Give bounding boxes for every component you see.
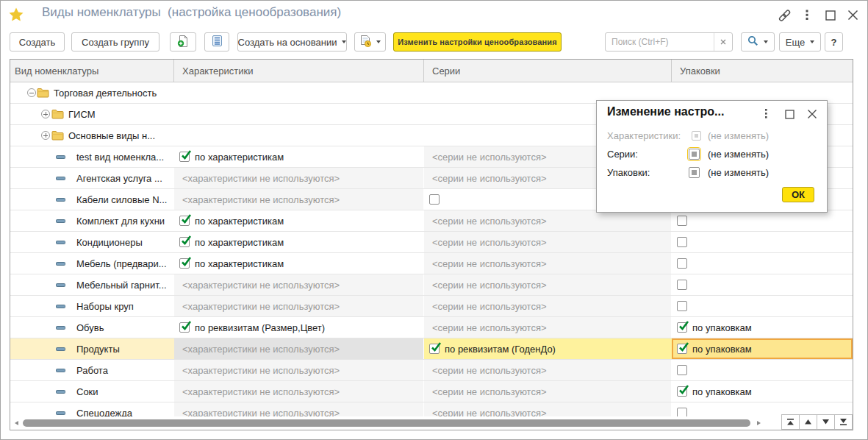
maximize-icon[interactable] bbox=[825, 10, 836, 23]
scrollbar-thumb[interactable] bbox=[23, 419, 750, 427]
series-cell[interactable]: <серии не используются> bbox=[424, 232, 672, 252]
ok-button[interactable]: ОК bbox=[782, 187, 814, 202]
menu-dots-icon[interactable] bbox=[806, 10, 808, 23]
go-next-button[interactable] bbox=[817, 414, 835, 430]
link-icon[interactable] bbox=[778, 9, 792, 24]
characteristics-cell[interactable]: <характеристики не используются> bbox=[174, 296, 424, 316]
copy-item-button[interactable] bbox=[170, 32, 196, 52]
characteristics-cell[interactable]: по реквизитам (Размер,Цвет) bbox=[174, 317, 424, 338]
item-name-cell[interactable]: Комплект для кухни bbox=[10, 210, 174, 231]
list-view-button[interactable] bbox=[204, 32, 229, 52]
go-last-button[interactable] bbox=[834, 414, 853, 430]
characteristics-cell[interactable]: <характеристики не используются> bbox=[174, 274, 424, 295]
create-based-icon-button[interactable] bbox=[354, 32, 386, 52]
scroll-right-icon[interactable] bbox=[757, 421, 761, 425]
column-header-series[interactable]: Серии bbox=[424, 60, 672, 82]
table-row[interactable]: Наборы круп<характеристики не используют… bbox=[10, 296, 853, 317]
change-pricing-settings-button[interactable]: Изменить настройки ценообразования bbox=[393, 32, 562, 52]
table-row[interactable]: Обувьпо реквизитам (Размер,Цвет)<серии н… bbox=[10, 317, 853, 338]
characteristics-checkbox[interactable] bbox=[179, 322, 190, 333]
packs-cell[interactable] bbox=[672, 253, 853, 274]
item-name-cell[interactable]: test вид номенкла... bbox=[10, 146, 174, 167]
search-input[interactable] bbox=[606, 36, 714, 48]
characteristics-cell[interactable]: <характеристики не используются> bbox=[174, 381, 424, 402]
packs-checkbox[interactable] bbox=[677, 322, 687, 333]
packs-cell[interactable] bbox=[672, 232, 853, 252]
column-header-vid[interactable]: Вид номенклатуры bbox=[10, 60, 174, 82]
table-row[interactable]: Работа<характеристики не используются><с… bbox=[10, 360, 853, 381]
dialog-menu-dots-icon[interactable] bbox=[765, 109, 767, 121]
clear-search-icon[interactable] bbox=[714, 33, 732, 51]
packs-checkbox[interactable] bbox=[677, 258, 687, 269]
table-row[interactable]: Соки<характеристики не используются><сер… bbox=[10, 381, 853, 402]
packs-cell[interactable] bbox=[672, 296, 853, 316]
table-header[interactable]: Вид номенклатуры Характеристики Серии Уп… bbox=[10, 60, 853, 82]
packs-cell[interactable]: по упаковкам bbox=[672, 381, 853, 402]
create-group-button[interactable]: Создать группу bbox=[71, 32, 159, 52]
characteristics-cell[interactable]: <характеристики не используются> bbox=[174, 189, 424, 210]
series-cell[interactable]: <серии не используются> bbox=[424, 360, 672, 380]
horizontal-scrollbar[interactable] bbox=[10, 416, 852, 430]
series-checkbox[interactable] bbox=[429, 194, 440, 205]
packs-cell[interactable]: по упаковкам bbox=[672, 317, 853, 338]
close-icon[interactable] bbox=[847, 10, 858, 23]
packs-cell[interactable]: по упаковкам bbox=[672, 338, 853, 359]
item-name-cell[interactable]: Агентская услуга ... bbox=[10, 168, 174, 188]
item-name-cell[interactable]: Соки bbox=[10, 381, 174, 402]
item-name-cell[interactable]: Наборы круп bbox=[10, 296, 174, 316]
table-row[interactable]: Мебельный гарнит...<характеристики не ис… bbox=[10, 274, 853, 296]
series-cell[interactable]: <серии не используются> bbox=[424, 381, 672, 402]
go-first-button[interactable] bbox=[781, 414, 800, 430]
characteristics-checkbox[interactable] bbox=[179, 216, 190, 226]
series-cell[interactable]: <серии не используются> bbox=[424, 296, 672, 316]
table-row[interactable]: Продукты<характеристики не используются>… bbox=[10, 338, 853, 360]
scroll-left-icon[interactable] bbox=[15, 421, 18, 425]
item-name-cell[interactable]: Кабели силовые N... bbox=[10, 189, 174, 210]
series-checkbox[interactable] bbox=[689, 149, 700, 160]
characteristics-cell[interactable]: по характеристикам bbox=[174, 253, 424, 274]
characteristics-cell[interactable]: по характеристикам bbox=[174, 210, 424, 231]
expand-icon[interactable] bbox=[41, 110, 50, 118]
packs-cell[interactable] bbox=[672, 210, 853, 231]
table-row[interactable]: Мебель (предвари...по характеристикам<се… bbox=[10, 253, 853, 274]
series-cell[interactable]: <серии не используются> bbox=[424, 274, 672, 295]
item-name-cell[interactable]: Мебель (предвари... bbox=[10, 253, 174, 274]
expand-icon[interactable] bbox=[41, 131, 50, 140]
series-cell[interactable]: по реквизитам (ГоденДо) bbox=[424, 338, 672, 359]
packs-checkbox[interactable] bbox=[677, 301, 687, 311]
item-name-cell[interactable]: Продукты bbox=[10, 338, 174, 359]
column-header-packs[interactable]: Упаковки bbox=[672, 60, 853, 82]
item-name-cell[interactable]: Работа bbox=[10, 360, 174, 380]
characteristics-cell[interactable]: <характеристики не используются> bbox=[174, 168, 424, 188]
characteristics-checkbox[interactable] bbox=[692, 131, 701, 141]
packs-checkbox[interactable] bbox=[677, 365, 687, 375]
characteristics-checkbox[interactable] bbox=[179, 237, 190, 247]
create-button[interactable]: Создать bbox=[10, 32, 65, 52]
characteristics-cell[interactable]: по характеристикам bbox=[174, 232, 424, 252]
series-cell[interactable]: <серии не используются> bbox=[424, 210, 672, 231]
item-name-cell[interactable]: Кондиционеры bbox=[10, 232, 174, 252]
characteristics-checkbox[interactable] bbox=[179, 152, 190, 162]
item-name-cell[interactable]: Обувь bbox=[10, 317, 174, 338]
packs-checkbox[interactable] bbox=[677, 237, 687, 247]
collapse-icon[interactable] bbox=[27, 88, 36, 97]
series-checkbox[interactable] bbox=[429, 344, 440, 354]
dialog-maximize-icon[interactable] bbox=[785, 110, 795, 121]
packs-cell[interactable] bbox=[672, 274, 853, 295]
search-box[interactable] bbox=[605, 32, 733, 52]
series-cell[interactable]: <серии не используются> bbox=[424, 253, 672, 274]
create-based-on-button[interactable]: Создать на основании bbox=[237, 32, 347, 52]
packs-checkbox[interactable] bbox=[677, 216, 687, 226]
go-prev-button[interactable] bbox=[799, 414, 817, 430]
table-row[interactable]: Комплект для кухнипо характеристикам<сер… bbox=[10, 210, 853, 232]
characteristics-cell[interactable]: <характеристики не используются> bbox=[174, 338, 424, 359]
item-name-cell[interactable]: Мебельный гарнит... bbox=[10, 274, 174, 295]
help-button[interactable]: ? bbox=[825, 32, 843, 52]
characteristics-cell[interactable]: <характеристики не используются> bbox=[174, 360, 424, 380]
characteristics-cell[interactable]: по характеристикам bbox=[174, 146, 424, 167]
packs-cell[interactable] bbox=[672, 360, 853, 380]
favorite-star-icon[interactable] bbox=[9, 7, 24, 24]
more-button[interactable]: Еще bbox=[779, 32, 821, 52]
dialog-close-icon[interactable] bbox=[807, 109, 817, 121]
characteristics-checkbox[interactable] bbox=[179, 258, 190, 269]
